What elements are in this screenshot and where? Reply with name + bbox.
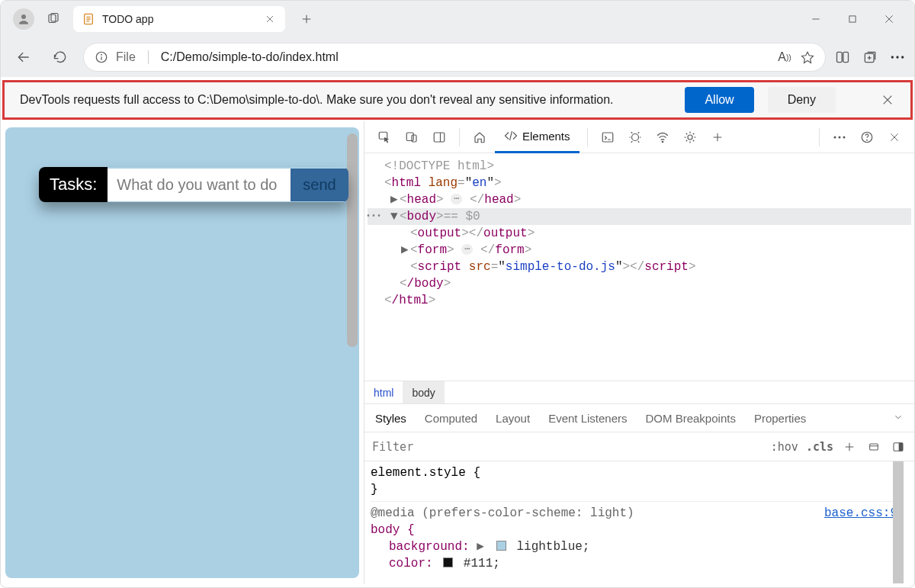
dom-form[interactable]: ▶<form> ⋯ </form> <box>368 242 911 259</box>
inspect-element-icon[interactable] <box>372 125 396 149</box>
address-separator <box>148 50 149 64</box>
browser-titlebar: TODO app <box>1 1 914 37</box>
more-tabs-icon[interactable] <box>705 125 730 149</box>
dom-output[interactable]: <output></output> <box>368 225 911 242</box>
svg-rect-61 <box>899 442 903 451</box>
devtools-more-icon[interactable] <box>827 125 852 149</box>
read-aloud-icon[interactable]: A)) <box>778 50 791 64</box>
dock-side-icon[interactable] <box>427 125 451 149</box>
browser-tab[interactable]: TODO app <box>72 5 286 33</box>
rule-source-link[interactable]: base.css:9 <box>824 505 897 522</box>
tab-close-icon[interactable] <box>264 13 276 25</box>
styles-scrollbar[interactable] <box>893 461 904 583</box>
profile-avatar[interactable] <box>13 8 34 30</box>
svg-point-49 <box>834 136 836 138</box>
event-listeners-tab[interactable]: Event Listeners <box>548 412 627 425</box>
styles-filter-row: :hov .cls <box>364 432 914 461</box>
address-scheme: File <box>116 50 136 64</box>
devtools-close-icon[interactable] <box>882 125 907 149</box>
allow-button[interactable]: Allow <box>685 87 753 113</box>
styles-tabbar: Styles Computed Layout Event Listeners D… <box>364 403 914 432</box>
rule-element-style-open[interactable]: element.style { <box>371 464 897 481</box>
tab-actions-icon[interactable] <box>40 6 66 32</box>
console-tab-icon[interactable] <box>596 125 620 149</box>
tab-title: TODO app <box>102 13 264 25</box>
dom-breakpoints-tab[interactable]: DOM Breakpoints <box>646 412 736 425</box>
new-style-rule-icon[interactable] <box>841 439 858 455</box>
nav-refresh-button[interactable] <box>47 43 74 71</box>
dom-tree[interactable]: <!DOCTYPE html> <html lang="en"> ▶<head>… <box>364 153 914 381</box>
computed-tab[interactable]: Computed <box>425 412 477 425</box>
svg-rect-31 <box>406 133 413 141</box>
dom-script[interactable]: <script src="simple-to-do.js"></script> <box>368 259 911 275</box>
styles-filter-input[interactable] <box>372 440 763 454</box>
devtools-access-infobar: DevTools requests full access to C:\Demo… <box>2 80 913 120</box>
devtools-toolbar: Elements <box>364 121 914 153</box>
svg-line-44 <box>637 141 639 143</box>
todo-label: Tasks: <box>39 167 108 202</box>
collections-icon[interactable] <box>862 50 878 65</box>
svg-point-27 <box>901 56 904 58</box>
infobar-close-icon[interactable] <box>880 92 895 108</box>
devtools-pane: Elements <!DOCTYPE html> <html lang="en"… <box>364 121 914 584</box>
svg-rect-21 <box>843 52 849 62</box>
svg-point-50 <box>839 136 841 138</box>
window-close-icon[interactable] <box>882 12 896 26</box>
dom-body-close[interactable]: </body> <box>368 275 911 292</box>
page-favicon-icon <box>82 13 95 25</box>
toggle-common-rendering-icon[interactable] <box>865 439 882 455</box>
svg-point-26 <box>896 56 898 58</box>
style-rules[interactable]: element.style { } @media (prefers-color-… <box>364 461 914 584</box>
new-tab-button[interactable] <box>294 6 319 32</box>
site-info-icon[interactable] <box>95 50 108 64</box>
network-tab-icon[interactable] <box>650 125 675 149</box>
issues-tab-icon[interactable] <box>623 125 647 149</box>
crumb-html[interactable]: html <box>364 381 403 403</box>
svg-marker-19 <box>802 52 814 63</box>
welcome-tab-icon[interactable] <box>467 125 492 149</box>
device-emulation-icon[interactable] <box>400 125 424 149</box>
svg-rect-20 <box>837 52 843 62</box>
page-scrollbar[interactable] <box>347 133 358 347</box>
layout-tab[interactable]: Layout <box>496 412 530 425</box>
color111-swatch-icon[interactable] <box>443 557 453 567</box>
deny-button[interactable]: Deny <box>768 87 836 113</box>
elements-tab[interactable]: Elements <box>495 121 580 153</box>
window-maximize-icon[interactable] <box>846 12 859 26</box>
page-viewport[interactable]: Tasks: send <box>5 127 359 578</box>
rule-background[interactable]: background: ▶ lightblue; <box>371 538 897 555</box>
svg-rect-58 <box>870 444 878 450</box>
dom-head[interactable]: ▶<head> ⋯ </head> <box>368 191 911 208</box>
window-minimize-icon[interactable] <box>809 12 823 26</box>
devtools-help-icon[interactable] <box>855 125 879 149</box>
dom-html-open[interactable]: <html lang="en"> <box>368 175 911 191</box>
todo-send-button[interactable]: send <box>291 169 348 201</box>
svg-point-46 <box>688 135 692 140</box>
svg-rect-12 <box>849 16 856 22</box>
todo-widget: Tasks: send <box>39 167 348 202</box>
dom-doctype: <!DOCTYPE html> <box>368 158 911 175</box>
svg-point-45 <box>662 141 663 143</box>
svg-line-43 <box>631 141 632 143</box>
properties-tab[interactable]: Properties <box>754 412 806 425</box>
crumb-body[interactable]: body <box>403 381 444 403</box>
performance-tab-icon[interactable] <box>678 125 702 149</box>
styles-overflow-icon[interactable] <box>893 412 904 425</box>
rule-body-selector[interactable]: body { <box>371 522 897 538</box>
dom-html-close[interactable]: </html> <box>368 292 911 309</box>
todo-input[interactable] <box>108 169 291 201</box>
svg-point-25 <box>891 56 894 58</box>
rule-color[interactable]: color: #111; <box>371 555 897 572</box>
computed-styles-toggle-icon[interactable] <box>890 439 907 455</box>
hov-toggle[interactable]: :hov <box>771 440 798 454</box>
more-menu-icon[interactable] <box>890 50 905 65</box>
cls-toggle[interactable]: .cls <box>806 440 833 454</box>
svg-point-53 <box>867 140 868 140</box>
nav-back-button[interactable] <box>10 43 37 71</box>
dom-body-selected[interactable]: ▼<body> == $0 <box>368 208 911 225</box>
address-bar[interactable]: File C:/Demo/simple-to-do/index.html A)) <box>83 43 826 72</box>
favorite-icon[interactable] <box>801 50 814 64</box>
split-screen-icon[interactable] <box>835 50 850 65</box>
lightblue-swatch-icon[interactable] <box>496 541 506 551</box>
styles-tab[interactable]: Styles <box>375 412 406 425</box>
